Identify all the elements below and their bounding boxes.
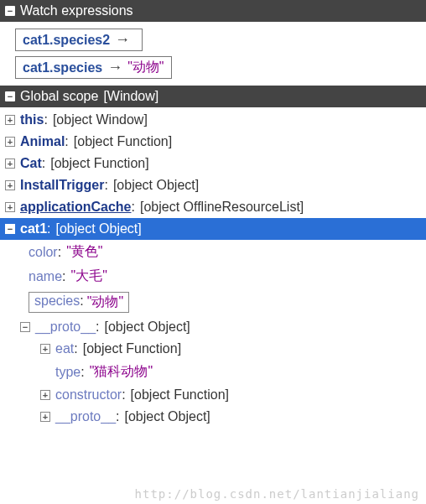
- prop-row-type[interactable]: type: "猫科动物": [0, 360, 426, 384]
- prop-value: [object Object]: [55, 221, 141, 236]
- prop-row-eat[interactable]: + eat: [object Function]: [0, 338, 426, 360]
- collapse-icon[interactable]: −: [5, 6, 15, 16]
- prop-name: this: [20, 112, 44, 127]
- scope-row-cat1[interactable]: − cat1: [object Object]: [0, 218, 426, 240]
- prop-name: name: [29, 269, 62, 283]
- prop-name: InstallTrigger: [20, 178, 104, 192]
- prop-value: "大毛": [70, 268, 106, 285]
- prop-name: type: [55, 365, 81, 379]
- prop-name: __proto__: [35, 320, 96, 334]
- prop-value: "黄色": [66, 243, 102, 261]
- scope-row-installtrigger[interactable]: + InstallTrigger: [object Object]: [0, 174, 426, 196]
- scope-row-animal[interactable]: + Animal: [object Function]: [0, 131, 426, 153]
- prop-name: applicationCache: [20, 200, 131, 214]
- scope-context: [Window]: [103, 89, 158, 104]
- expand-icon[interactable]: +: [40, 412, 50, 422]
- arrow-icon: →: [107, 59, 122, 76]
- prop-value: [object Object]: [125, 409, 210, 424]
- watch-section-header[interactable]: − Watch expressions: [0, 0, 426, 22]
- arrow-icon: →: [115, 31, 130, 49]
- expand-icon[interactable]: +: [40, 344, 50, 354]
- expand-icon[interactable]: +: [40, 390, 50, 400]
- prop-value: "动物": [87, 294, 123, 311]
- prop-name: color: [29, 245, 58, 259]
- prop-row-name[interactable]: name: "大毛": [0, 264, 426, 288]
- prop-name: eat: [55, 341, 74, 356]
- expand-icon[interactable]: +: [5, 115, 15, 125]
- watch-expression: cat1.species2: [23, 33, 110, 48]
- watch-body: cat1.species2 → cat1.species → "动物": [0, 22, 426, 86]
- prop-row-constructor[interactable]: + constructor: [object Function]: [0, 384, 426, 406]
- scope-row-applicationcache[interactable]: + applicationCache: [object OfflineResou…: [0, 196, 426, 218]
- prop-row-proto-inner[interactable]: + __proto__: [object Object]: [0, 406, 426, 428]
- prop-name: Cat: [20, 156, 42, 170]
- prop-value: [object Window]: [53, 112, 148, 127]
- expand-icon[interactable]: +: [5, 202, 15, 212]
- prop-value: [object Object]: [113, 178, 199, 193]
- prop-value: [object Function]: [83, 341, 181, 356]
- prop-value: [object OfflineResourceList]: [140, 200, 304, 215]
- prop-name: constructor: [55, 387, 122, 402]
- scope-row-cat[interactable]: + Cat: [object Function]: [0, 153, 426, 174]
- watch-section-title: Watch expressions: [20, 3, 133, 18]
- expand-icon[interactable]: +: [5, 158, 15, 169]
- collapse-icon[interactable]: −: [20, 322, 30, 332]
- prop-row-color[interactable]: color: "黄色": [0, 240, 426, 264]
- prop-value: [object Function]: [74, 134, 172, 149]
- prop-name: cat1: [20, 221, 47, 236]
- scope-row-this[interactable]: + this: [object Window]: [0, 109, 426, 131]
- watch-item[interactable]: cat1.species2 →: [15, 29, 143, 51]
- expand-icon[interactable]: +: [5, 137, 15, 147]
- collapse-icon[interactable]: −: [5, 91, 15, 101]
- prop-row-species[interactable]: species: "动物": [0, 288, 426, 316]
- prop-name: Animal: [20, 134, 65, 148]
- watch-item[interactable]: cat1.species → "动物": [15, 56, 172, 79]
- collapse-icon[interactable]: −: [5, 224, 15, 234]
- watch-value: "动物": [127, 59, 164, 76]
- prop-value: "猫科动物": [90, 363, 153, 381]
- prop-row-proto[interactable]: − __proto__: [object Object]: [0, 316, 426, 338]
- prop-value: [object Function]: [50, 156, 148, 171]
- prop-name: __proto__: [55, 409, 116, 423]
- scope-body: + this: [object Window] + Animal: [objec…: [0, 107, 426, 429]
- expand-icon[interactable]: +: [5, 180, 15, 190]
- prop-value: [object Function]: [131, 387, 229, 403]
- prop-name: species: [34, 294, 80, 308]
- scope-section-title: Global scope: [20, 89, 98, 104]
- prop-value: [object Object]: [105, 320, 190, 335]
- scope-section-header[interactable]: − Global scope [Window]: [0, 86, 426, 107]
- watch-expression: cat1.species: [23, 60, 102, 75]
